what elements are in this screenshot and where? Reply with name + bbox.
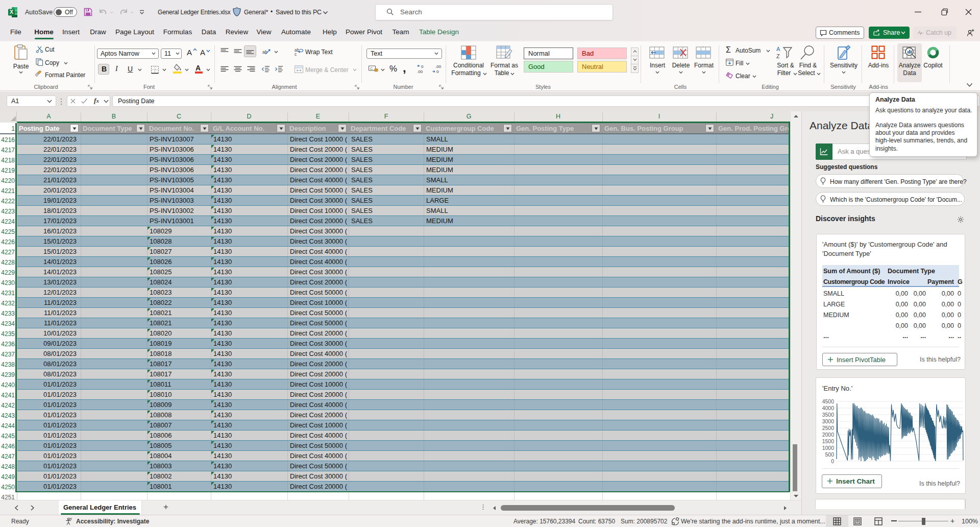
- svg-text:0: 0: [436, 69, 439, 74]
- svg-text:2000: 2000: [822, 432, 835, 438]
- svg-text:3500: 3500: [822, 412, 835, 418]
- svg-text:0: 0: [421, 64, 424, 69]
- svg-text:X: X: [10, 9, 13, 15]
- svg-text:1500: 1500: [822, 438, 835, 444]
- svg-text:4000: 4000: [822, 405, 835, 411]
- svg-text:1000: 1000: [822, 445, 835, 451]
- svg-text:Z: Z: [776, 53, 780, 59]
- svg-text:.00: .00: [435, 64, 442, 69]
- svg-text:500: 500: [825, 451, 834, 458]
- svg-text:C: C: [370, 66, 373, 71]
- svg-text:A: A: [776, 46, 780, 52]
- svg-text:3000: 3000: [822, 418, 835, 424]
- svg-text:.00: .00: [417, 69, 423, 74]
- svg-text:4500: 4500: [822, 398, 835, 404]
- svg-text:0: 0: [831, 458, 834, 464]
- svg-text:2500: 2500: [822, 425, 835, 431]
- svg-text:ab: ab: [262, 50, 267, 55]
